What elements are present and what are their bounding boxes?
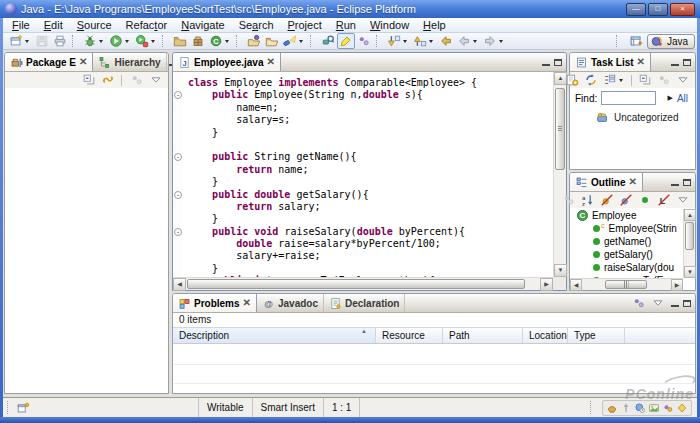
search-button[interactable] [281,33,307,49]
problems-table-body[interactable] [174,346,694,392]
column-header-description[interactable]: Description▲ [173,328,376,343]
outline-item-getsalary-[interactable]: getSalary() [571,248,683,261]
menu-navigate[interactable]: Navigate [174,18,231,32]
mark-occurrences-button[interactable] [337,33,355,49]
maximize-view-icon[interactable] [683,300,691,307]
outline-vertical-scrollbar[interactable]: ▲ ▼ [683,209,695,278]
dropdown-arrow-icon[interactable] [499,40,503,43]
scroll-right-icon[interactable]: ▶ [540,278,553,291]
maximize-view-icon[interactable] [554,59,562,66]
dropdown-arrow-icon[interactable] [403,40,407,43]
code-editor[interactable]: ----- class Employee implements Comparab… [173,72,553,277]
scroll-right-icon[interactable]: ▶ [671,279,683,291]
expand-find-icon[interactable]: ▶ [667,94,672,102]
package-explorer-content[interactable] [6,88,167,392]
hide-local-button[interactable]: L [655,193,673,208]
editor-vertical-scrollbar[interactable]: ▲ ▼ [553,72,566,277]
annotations-button[interactable] [630,295,648,311]
new-java-project-button[interactable] [171,33,189,49]
minimize-view-icon[interactable] [671,179,679,186]
scroll-left-icon[interactable]: ◀ [570,279,582,291]
close-tab-icon[interactable]: ✕ [628,177,636,187]
minimize-button[interactable]: — [626,3,646,16]
menu-project[interactable]: Project [281,18,329,32]
view-menu-button[interactable] [147,73,165,88]
new-task-button[interactable] [563,73,581,88]
tab-employee-java[interactable]: JEmployee.java✕ [173,53,281,71]
outline-item-employee[interactable]: CEmployee [571,209,683,222]
close-tab-icon[interactable]: ✕ [243,298,251,308]
hide-static-button[interactable] [617,193,635,208]
editor-horizontal-scrollbar[interactable]: ◀ ▶ [173,277,553,290]
hide-fields-button[interactable] [598,193,616,208]
close-tab-icon[interactable]: ✕ [637,57,645,67]
forward-button[interactable] [481,33,507,49]
last-edit-location-button[interactable] [437,33,455,49]
menu-search[interactable]: Search [232,18,281,32]
show-public-button[interactable] [636,193,654,208]
scroll-down-icon[interactable]: ▼ [684,266,696,278]
dropdown-arrow-icon[interactable] [99,40,103,43]
annotations-button[interactable] [355,33,373,49]
maximize-button[interactable]: □ [648,3,668,16]
prev-annotation-button[interactable] [411,33,437,49]
all-link[interactable]: All [677,93,688,104]
column-header-resource[interactable]: Resource [376,328,443,343]
search-menu-button[interactable] [319,33,337,49]
minimize-view-icon[interactable] [671,300,679,307]
link-editor-button[interactable] [99,73,117,88]
diamond-status-button[interactable] [676,402,688,414]
menu-edit[interactable]: Edit [37,18,70,32]
new-class-button[interactable]: C [207,33,233,49]
image-status-button[interactable] [648,402,660,414]
tree-mode-button[interactable] [601,73,627,88]
find-input[interactable] [601,91,656,105]
outline-item-employee-strin[interactable]: cEmployee(Strin [571,222,683,235]
badge-status-button[interactable] [662,402,674,414]
dim-dots-button[interactable] [655,73,673,88]
menu-run[interactable]: Run [329,18,363,32]
view-menu-button[interactable] [674,193,692,208]
close-tab-icon[interactable]: ✕ [266,57,274,67]
sync-task-button[interactable] [582,73,600,88]
tab-package-e[interactable]: Package E✕ [5,53,93,71]
tab-task-list[interactable]: Task List✕ [570,53,651,71]
open-type-button[interactable] [245,33,263,49]
minimize-view-icon[interactable] [542,59,550,66]
maximize-view-icon[interactable] [683,59,691,66]
view-menu-button[interactable] [649,295,667,311]
pin-status-button[interactable] [620,402,632,414]
minimize-view-icon[interactable] [671,59,679,66]
outline-item-raisesalary-dou[interactable]: raiseSalary(dou [571,261,683,274]
clock-status-button[interactable] [634,402,646,414]
scroll-up-icon[interactable]: ▲ [684,209,696,221]
run-button[interactable] [107,33,133,49]
dropdown-arrow-icon[interactable] [151,40,155,43]
dropdown-arrow-icon[interactable] [619,79,623,82]
new-wizard-button[interactable] [7,33,33,49]
print-button[interactable] [51,33,69,49]
scrollbar-thumb[interactable] [605,280,647,289]
dropdown-arrow-icon[interactable] [225,40,229,43]
menu-window[interactable]: Window [363,18,416,32]
sort-az-button[interactable]: az [579,193,597,208]
dropdown-arrow-icon[interactable] [429,40,433,43]
menu-help[interactable]: Help [416,18,453,32]
run-last-button[interactable] [133,33,159,49]
scrollbar-thumb[interactable] [187,279,525,289]
dim-dots-button[interactable] [560,193,578,208]
menu-file[interactable]: File [5,18,37,32]
dim-dots-button[interactable] [128,73,146,88]
fold-marker-icon[interactable]: - [174,228,182,236]
tab-outline[interactable]: Outline✕ [570,173,643,191]
debug-button[interactable] [81,33,107,49]
next-annotation-button[interactable] [385,33,411,49]
dropdown-arrow-icon[interactable] [25,40,29,43]
tab-hierarchy[interactable]: Hierarchy [93,53,166,71]
view-menu-button[interactable] [674,73,692,88]
java-perspective-button[interactable]: Java [647,34,695,49]
column-header-path[interactable]: Path [443,328,523,343]
close-button[interactable]: × [670,3,695,16]
tab-declaration[interactable]: Declaration [324,294,405,312]
scrollbar-thumb[interactable] [685,222,694,250]
